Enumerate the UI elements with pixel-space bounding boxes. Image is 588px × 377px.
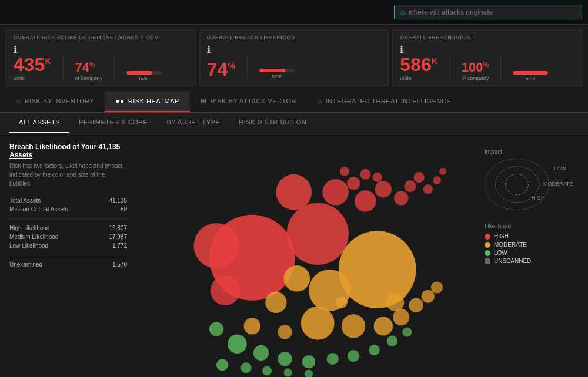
kpi-sub-1: units [14, 75, 51, 81]
svg-point-32 [336, 297, 348, 308]
svg-point-9 [423, 184, 433, 194]
tab-risk-by-inventory[interactable]: ○ RISK BY INVENTORY [6, 91, 105, 112]
svg-point-22 [301, 307, 335, 340]
svg-point-8 [413, 172, 424, 183]
svg-point-46 [305, 369, 313, 377]
kpi-bar-label-1: hr/hr [139, 76, 149, 81]
kpi-bar-label-2: hr/hr [272, 73, 281, 79]
legend-panel: Impact LOW MODERATE HIGH Likelihood HIGH [485, 143, 579, 377]
likelihood-legend-title: Likelihood [485, 223, 579, 230]
bubble-chart-svg [133, 143, 479, 377]
legend-dot-high [485, 234, 490, 240]
svg-point-14 [360, 169, 370, 180]
search-icon: ⌕ [400, 8, 405, 16]
svg-point-12 [347, 177, 360, 190]
svg-point-39 [369, 345, 379, 355]
stat-medium-likelihood: Medium Likelihood 17,987 [9, 233, 127, 241]
svg-point-21 [265, 292, 286, 313]
kpi-row: OVERALL RISK SCORE OF DEMONETWORKS-1.COM… [0, 25, 588, 91]
svg-point-3 [322, 179, 349, 206]
svg-point-41 [402, 327, 412, 336]
kpi-big-1: 435K [14, 55, 51, 74]
svg-point-17 [211, 275, 240, 305]
kpi-card-breach-likelihood: OVERALL BREACH LIKELIHOOD ℹ 74% hr/hr [199, 29, 389, 86]
svg-point-2 [276, 174, 312, 210]
svg-point-4 [355, 190, 376, 211]
legend-dot-low [485, 250, 490, 256]
subtab-by-asset-type[interactable]: BY ASSET TYPE [157, 113, 229, 133]
svg-point-6 [394, 191, 408, 205]
stat-high-likelihood: High Likelihood 19,807 [9, 224, 127, 233]
subtab-perimeter-core[interactable]: PERIMETER & CORE [69, 113, 157, 133]
legend-unscanned: UNSCANNED [485, 258, 579, 264]
svg-point-36 [302, 355, 315, 368]
info-icon-2[interactable]: ℹ [207, 45, 211, 55]
svg-point-31 [386, 294, 404, 311]
kpi-bar-1 [126, 71, 162, 75]
panel-desc: Risk has two factors, Likelihood and Imp… [9, 161, 127, 188]
kpi-bar-3 [513, 71, 548, 75]
kpi-bar-2 [259, 69, 295, 72]
impact-legend-section: Impact LOW MODERATE HIGH [485, 149, 579, 214]
svg-point-30 [278, 325, 292, 339]
svg-point-37 [326, 353, 338, 365]
kpi-card-title-2: OVERALL BREACH LIKELIHOOD [207, 35, 382, 41]
tab-integrated-threat[interactable]: ○ INTEGRATED THREAT INTELLIGENCE [307, 91, 462, 112]
tab-icon-4: ○ [318, 97, 322, 105]
legend-moderate: MODERATE [485, 241, 579, 248]
svg-point-1 [287, 203, 349, 265]
svg-point-13 [340, 167, 349, 176]
legend-dot-unscanned [485, 258, 490, 264]
legend-dot-moderate [485, 242, 490, 248]
svg-point-15 [373, 173, 382, 182]
svg-point-26 [409, 298, 423, 312]
kpi-big-3: 586K [400, 55, 437, 74]
subtab-risk-distribution[interactable]: RISK DISTRIBUTION [229, 113, 316, 133]
stat-unexamined: Unexamined 1,570 [9, 260, 127, 269]
stat-total-assets: Total Assets 41,135 [9, 196, 127, 205]
svg-point-35 [278, 352, 292, 366]
tab-icon-3: ⊞ [201, 97, 207, 105]
svg-point-7 [404, 180, 416, 192]
kpi-card-breach-impact: OVERALL BREACH IMPACT ℹ 586K units 100% … [392, 29, 582, 86]
search-input-wrap[interactable]: ⌕ [394, 5, 582, 19]
svg-point-34 [253, 345, 269, 361]
panel-title: Breach Likelihood of Your 41,135 Assets [9, 143, 127, 159]
svg-point-33 [228, 335, 246, 354]
kpi-pct-1: 74% [75, 61, 103, 74]
info-icon-3[interactable]: ℹ [400, 45, 403, 55]
svg-point-25 [393, 309, 409, 325]
info-icon-1[interactable]: ℹ [14, 45, 17, 55]
nav-tabs: ○ RISK BY INVENTORY ●● RISK HEATMAP ⊞ RI… [0, 91, 588, 113]
kpi-sub-3: units [400, 75, 437, 81]
impact-legend-title: Impact [485, 149, 579, 155]
subtab-all-assets[interactable]: ALL ASSETS [9, 113, 69, 133]
svg-point-10 [433, 176, 441, 184]
svg-point-47 [209, 322, 223, 336]
svg-point-20 [283, 265, 310, 292]
tab-risk-attack-vector[interactable]: ⊞ RISK BY ATTACK VECTOR [190, 91, 307, 112]
svg-point-45 [283, 368, 292, 376]
search-input[interactable] [409, 8, 576, 16]
kpi-card-title-3: OVERALL BREACH IMPACT [400, 35, 574, 41]
kpi-pct-label-3: of company [462, 75, 489, 81]
kpi-bar-label-3: hr/hr [526, 76, 535, 81]
tab-risk-heatmap[interactable]: ●● RISK HEATMAP [105, 91, 190, 112]
svg-point-28 [431, 281, 443, 293]
sub-tabs: ALL ASSETS PERIMETER & CORE BY ASSET TYP… [0, 113, 588, 133]
svg-point-27 [422, 290, 435, 303]
kpi-pct-label-1: of company [75, 75, 103, 81]
svg-point-18 [339, 231, 416, 308]
svg-point-5 [375, 181, 392, 197]
tab-icon-1: ○ [16, 97, 21, 105]
bubble-chart-area [133, 143, 479, 377]
kpi-pct-3: 100% [462, 61, 489, 74]
stat-mission-critical: Mission Critical Assets 69 [9, 205, 127, 214]
svg-point-40 [387, 336, 397, 346]
left-panel: Breach Likelihood of Your 41,135 Assets … [9, 143, 127, 377]
svg-point-11 [439, 168, 446, 175]
svg-point-38 [348, 350, 359, 362]
main-content: Breach Likelihood of Your 41,135 Assets … [0, 133, 588, 377]
kpi-card-risk-score: OVERALL RISK SCORE OF DEMONETWORKS-1.COM… [6, 29, 196, 86]
likelihood-legend-section: Likelihood HIGH MODERATE LOW UNSCANNED [485, 223, 579, 266]
